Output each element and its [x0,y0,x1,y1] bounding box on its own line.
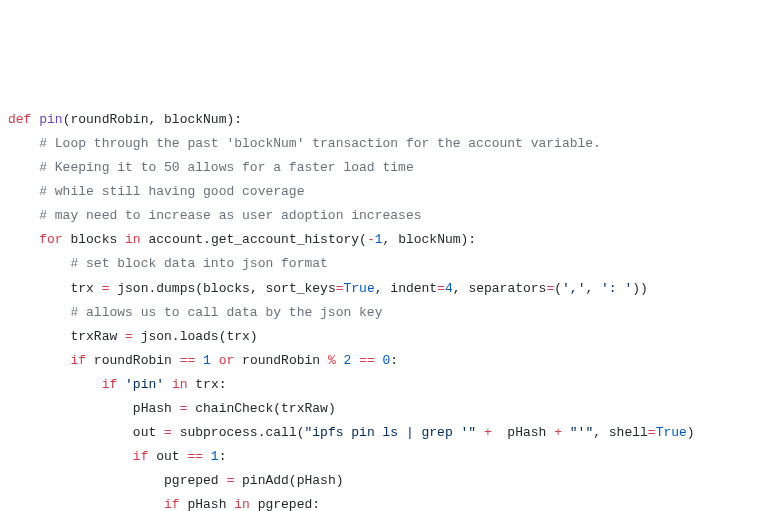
sep: , [375,281,391,296]
line-16: pgreped = pinAdd(pHash) [8,473,343,488]
op-eqeq: == [359,353,375,368]
op-plus: + [484,425,492,440]
num: 2 [336,353,359,368]
expr: out [148,449,187,464]
op-mod: % [328,353,336,368]
var: pHash [492,425,554,440]
line-4: # while still having good coverage [8,184,304,199]
num: 1 [203,449,219,464]
keyword-if: if [164,497,180,511]
paren: )) [632,281,648,296]
lhs: pgreped [164,473,226,488]
op-eqeq: == [180,353,196,368]
op-plus: + [554,425,562,440]
string: ',' [562,281,585,296]
line-6: for blocks in account.get_account_histor… [8,232,476,247]
paren: ) [687,425,695,440]
line-9: # allows us to call data by the json key [8,305,382,320]
op-eq: = [164,425,172,440]
mid: subprocess.call( [172,425,305,440]
code-block: def pin(roundRobin, blockNum): # Loop th… [8,108,760,511]
keyword-if: if [70,353,86,368]
rest: , blockNum): [383,232,477,247]
line-3: # Keeping it to 50 allows for a faster l… [8,160,414,175]
comma: , [585,281,601,296]
line-5: # may need to increase as user adoption … [8,208,421,223]
rhs: pinAdd(pHash) [234,473,343,488]
mid: json.dumps(blocks, [109,281,265,296]
expr: roundRobin [234,353,328,368]
line-7: # set block data into json format [8,256,328,271]
comment: # Loop through the past 'blockNum' trans… [39,136,601,151]
comment: # may need to increase as user adoption … [39,208,421,223]
comma: , [593,425,609,440]
comment: # allows us to call data by the json key [70,305,382,320]
params: (roundRobin, blockNum): [63,112,242,127]
rhs: json.loads(trx) [133,329,258,344]
line-15: if out == 1: [8,449,226,464]
const-true: True [344,281,375,296]
rhs: chainCheck(trxRaw) [187,401,335,416]
keyword-for: for [39,232,62,247]
keyword-or: or [219,353,235,368]
op-eq: = [125,329,133,344]
keyword-if: if [133,449,149,464]
comment: # Keeping it to 50 allows for a faster l… [39,160,413,175]
line-13: pHash = chainCheck(trxRaw) [8,401,336,416]
line-12: if 'pin' in trx: [8,377,227,392]
kwarg: separators [468,281,546,296]
num: 1 [195,353,218,368]
sp [476,425,484,440]
sp [562,425,570,440]
lhs: trxRaw [70,329,125,344]
string: "'" [570,425,593,440]
line-11: if roundRobin == 1 or roundRobin % 2 == … [8,353,398,368]
expr: pHash [180,497,235,511]
lhs: trx [70,281,101,296]
rhs: trx: [187,377,226,392]
op-eq: = [336,281,344,296]
keyword-def: def [8,112,31,127]
sp [117,377,125,392]
colon: : [390,353,398,368]
sep: , [453,281,469,296]
string: "ipfs pin ls | grep '" [304,425,476,440]
var: blocks [70,232,117,247]
colon: : [219,449,227,464]
num: 0 [375,353,391,368]
expr: roundRobin [86,353,180,368]
comment: # set block data into json format [70,256,327,271]
lhs: out [133,425,164,440]
keyword-in: in [172,377,188,392]
func-name: pin [39,112,62,127]
paren: ( [554,281,562,296]
line-1: def pin(roundRobin, blockNum): [8,112,242,127]
call: account.get_account_history( [148,232,366,247]
line-14: out = subprocess.call("ipfs pin ls | gre… [8,425,695,440]
num: 4 [445,281,453,296]
kwarg: sort_keys [265,281,335,296]
kwarg: shell [609,425,648,440]
keyword-if: if [102,377,118,392]
rhs: pgreped: [250,497,320,511]
sp [164,377,172,392]
line-8: trx = json.dumps(blocks, sort_keys=True,… [8,281,648,296]
comment: # while still having good coverage [39,184,304,199]
op-eq: = [437,281,445,296]
op-eq: = [648,425,656,440]
string: 'pin' [125,377,164,392]
num: 1 [375,232,383,247]
line-17: if pHash in pgreped: [8,497,320,511]
const-true: True [656,425,687,440]
keyword-in: in [234,497,250,511]
string: ': ' [601,281,632,296]
line-10: trxRaw = json.loads(trx) [8,329,258,344]
keyword-in: in [125,232,141,247]
op-neg: - [367,232,375,247]
kwarg: indent [390,281,437,296]
line-2: # Loop through the past 'blockNum' trans… [8,136,601,151]
lhs: pHash [133,401,180,416]
op-eqeq: == [187,449,203,464]
